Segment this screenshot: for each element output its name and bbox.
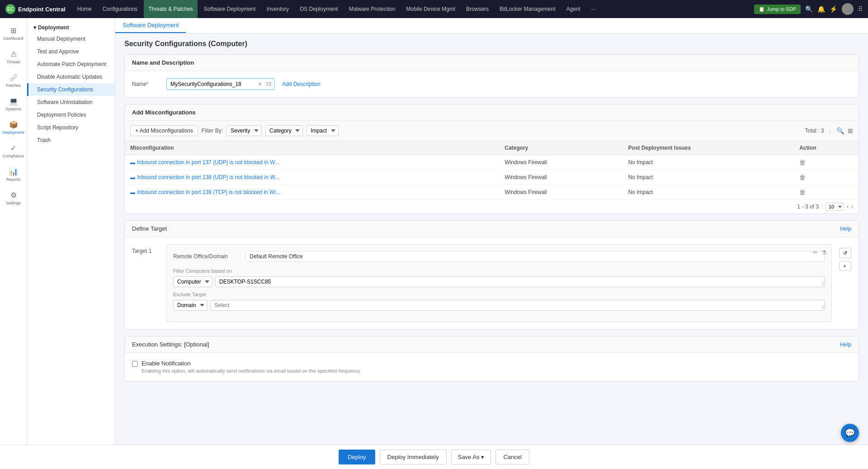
add-description-link[interactable]: Add Description [282, 81, 321, 87]
misc-icon-2: ▬ [130, 175, 135, 180]
add-target-button[interactable]: + [839, 261, 851, 271]
misc-icon-3: ▬ [130, 189, 135, 195]
target-label: Target 1 [132, 244, 159, 254]
name-description-section: Name and Description Name* ✕ 73 Add Desc… [124, 54, 859, 98]
sidebar-item-settings[interactable]: ⚙ Settings [0, 187, 27, 209]
sidebar-item-threats[interactable]: ⚠ Threats [0, 46, 27, 68]
misc-cell-2: ▬ Inbound connection in port 138 (UDP) i… [125, 170, 499, 185]
filter-type-select[interactable]: Computer [173, 276, 212, 287]
severity-filter[interactable]: Severity [226, 125, 262, 136]
nav-malware-protection[interactable]: Malware Protection [344, 0, 400, 18]
ro-domain-value: Default Remote Office [245, 251, 825, 262]
filter-icon[interactable]: ⚗ [821, 249, 827, 256]
sidebar-item-reports[interactable]: 📊 Reports [0, 164, 27, 185]
next-page-button[interactable]: › [851, 204, 853, 210]
nav-right-section: 📋 Jump to SDP 🔍 🔔 ⚡ ⠿ [754, 3, 863, 15]
columns-icon[interactable]: ⊞ [848, 127, 853, 134]
deploy-immediately-button[interactable]: Deploy Immediately [380, 450, 447, 464]
nav-inventory[interactable]: Inventory [262, 0, 293, 18]
define-target-header: Define Target Help [125, 221, 859, 237]
table-actions: 🔍 ⊞ [836, 127, 853, 134]
sidebar-item-test-approve[interactable]: Test and Approve [27, 45, 115, 58]
sidebar-item-systems[interactable]: 💻 Systems [0, 93, 27, 115]
patches-icon: 🩹 [9, 73, 18, 82]
sidebar-item-script-repository[interactable]: Script Repository [27, 121, 115, 134]
chat-icon: 💬 [845, 428, 855, 438]
nav-home[interactable]: Home [73, 0, 96, 18]
sidebar-item-automate-patch[interactable]: Automate Patch Deployment [27, 58, 115, 71]
dashboard-icon: ⊞ [10, 26, 16, 35]
sidebar-item-trash[interactable]: Trash [27, 134, 115, 147]
delete-row-2-button[interactable]: 🗑 [799, 174, 806, 181]
delete-row-3-button[interactable]: 🗑 [799, 189, 806, 196]
apps-icon[interactable]: ⠿ [858, 5, 863, 13]
misc-link-2[interactable]: ▬ Inbound connection in port 138 (UDP) i… [130, 174, 494, 180]
nav-threats-patches[interactable]: Threats & Patches [144, 0, 198, 18]
nav-configurations[interactable]: Configurations [98, 0, 142, 18]
sidebar-item-compliance[interactable]: ✓ Compliance [0, 140, 27, 162]
bottom-action-bar: Deploy Deploy Immediately Save As ▾ Canc… [0, 445, 868, 469]
enable-notification-checkbox[interactable] [132, 361, 138, 367]
exclude-type-select[interactable]: Domain [173, 300, 208, 311]
target-side-actions: ↺ + [839, 244, 851, 271]
category-cell-1: Windows Firewall [499, 155, 623, 170]
save-as-button[interactable]: Save As ▾ [451, 450, 491, 464]
sidebar-item-security-configurations[interactable]: Security Configurations [27, 83, 115, 96]
category-filter[interactable]: Category [265, 125, 303, 136]
execution-settings-help-link[interactable]: Help [840, 341, 851, 348]
sidebar-navigation: ▾ Deployment Manual Deployment Test and … [27, 18, 115, 469]
execution-settings-section: Execution Settings: [Optional] Help Enab… [124, 336, 859, 381]
sidebar-item-disable-auto-updates[interactable]: Disable Automatic Updates [27, 71, 115, 83]
sidebar-item-manual-deployment[interactable]: Manual Deployment [27, 33, 115, 45]
user-avatar[interactable] [842, 3, 854, 15]
fab-chat-button[interactable]: 💬 [841, 424, 859, 442]
table-row: ▬ Inbound connection in port 138 (UDP) i… [125, 170, 859, 185]
deploy-button[interactable]: Deploy [339, 450, 375, 464]
misc-link-1[interactable]: ▬ Inbound connection in port 137 (UDP) i… [130, 159, 494, 166]
nav-software-deployment[interactable]: Software Deployment [199, 0, 260, 18]
pagination-info: 1 - 3 of 3 [797, 204, 819, 210]
chevron-down-icon: ▾ [33, 24, 36, 31]
nav-os-deployment[interactable]: OS Deployment [295, 0, 343, 18]
add-misconfigurations-button[interactable]: + Add Misconfigurations [130, 125, 198, 136]
table-row: ▬ Inbound connection in port 139 (TCP) i… [125, 185, 859, 200]
sidebar-item-deployment-policies[interactable]: Deployment Policies [27, 109, 115, 121]
cancel-button[interactable]: Cancel [495, 450, 529, 464]
breadcrumb-tab-software-deployment[interactable]: Software Deployment [115, 18, 186, 33]
main-content: Software Deployment Security Configurati… [115, 18, 868, 469]
nav-more[interactable]: ··· [587, 0, 600, 18]
delete-row-1-button[interactable]: 🗑 [799, 159, 806, 166]
clear-name-button[interactable]: ✕ [258, 81, 262, 87]
prev-page-button[interactable]: ‹ [847, 204, 849, 210]
notification-description: Enabling this option, will automatically… [142, 368, 360, 374]
sidebar-item-patches[interactable]: 🩹 Patches [0, 70, 27, 91]
action-cell-2: 🗑 [794, 170, 859, 185]
flash-icon[interactable]: ⚡ [830, 5, 837, 13]
exclude-value-input[interactable] [210, 300, 825, 311]
nav-bitlocker[interactable]: BitLocker Management [495, 0, 560, 18]
sidebar-item-software-uninstallation[interactable]: Software Uninstallation [27, 96, 115, 109]
search-table-icon[interactable]: 🔍 [836, 127, 844, 134]
notification-icon[interactable]: 🔔 [817, 5, 825, 13]
page-size-select[interactable]: 10 [826, 203, 844, 211]
execution-settings-title: Execution Settings: [Optional] [132, 341, 209, 348]
save-as-chevron-icon: ▾ [481, 454, 484, 460]
nav-mobile-device[interactable]: Mobile Device Mgmt [401, 0, 460, 18]
filter-value-input[interactable] [215, 276, 825, 287]
resize-icon: // [821, 281, 824, 286]
col-category: Category [499, 141, 623, 155]
edit-icon[interactable]: ✏ [813, 249, 818, 256]
deployment-icon: 📦 [9, 120, 18, 129]
jump-to-sdp-button[interactable]: 📋 Jump to SDP [754, 5, 801, 14]
nav-agent[interactable]: Agent [561, 0, 585, 18]
total-count: Total : 3 [805, 128, 824, 134]
sidebar-item-dashboard[interactable]: ⊞ Dashboard [0, 23, 27, 44]
refresh-target-button[interactable]: ↺ [839, 248, 851, 258]
define-target-help-link[interactable]: Help [840, 226, 851, 232]
misc-link-3[interactable]: ▬ Inbound connection in port 139 (TCP) i… [130, 189, 494, 195]
nav-browsers[interactable]: Browsers [462, 0, 493, 18]
impact-filter[interactable]: Impact [307, 125, 339, 136]
sidebar-item-deployment[interactable]: 📦 Deployment [0, 117, 27, 138]
app-logo[interactable]: EC Endpoint Central [5, 4, 66, 14]
search-icon[interactable]: 🔍 [805, 5, 813, 13]
